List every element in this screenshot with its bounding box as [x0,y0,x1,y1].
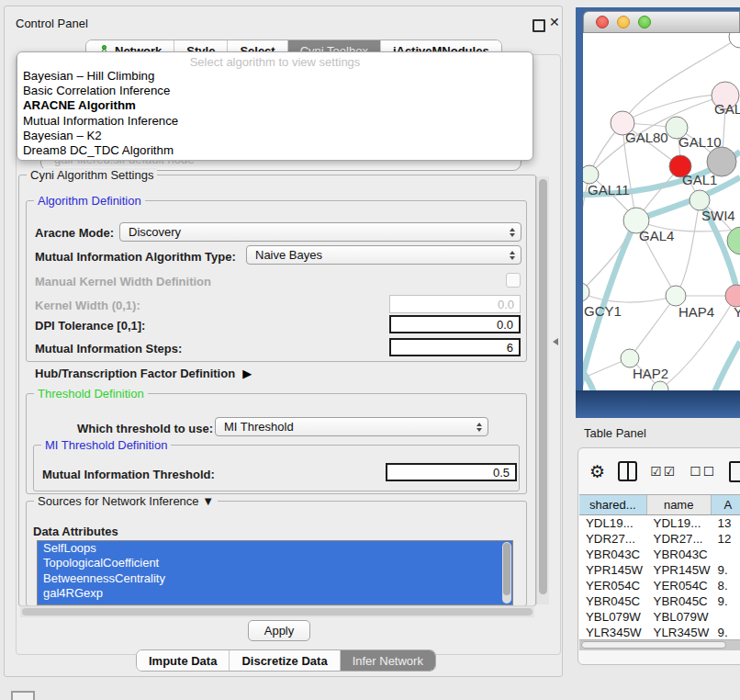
close-window-icon[interactable]: ✕ [549,15,560,29]
node-label: Y [734,304,740,320]
mi-type-combo[interactable]: Naive Bayes [246,245,521,265]
mi-threshold-field[interactable]: 0.5 [386,463,517,481]
tab-impute-data[interactable]: Impute Data [137,650,230,671]
list-scrollbar[interactable] [502,542,511,604]
manual-kernel-checkbox[interactable] [506,273,521,288]
apply-button[interactable]: Apply [248,620,310,641]
attribute-item-selected[interactable]: TopologicalCoefficient [38,556,512,570]
attribute-item-selected[interactable]: gal4RGexp [38,586,512,601]
group-title: Threshold Definition [34,387,148,401]
algorithm-dropdown-popup: Select algorithm to view settings Bayesi… [17,51,533,161]
hub-definition-toggle[interactable]: Hub/Transcription Factor Definition▶ [35,367,252,380]
table-row[interactable]: YDR27...YDR27...12 [579,531,740,547]
aracne-mode-combo[interactable]: Discovery [119,222,521,242]
aracne-mode-label: Aracne Mode: [35,226,114,240]
column-header-name[interactable]: name [647,495,712,514]
network-edge [630,296,676,358]
combo-stepper-icon [510,251,515,260]
manual-kernel-label: Manual Kernel Width Definition [35,275,211,288]
kernel-width-field[interactable]: 0.0 [389,295,521,313]
node-label: GCY1 [584,303,622,319]
node-label: HAP2 [633,366,668,381]
close-traffic-light-icon[interactable] [596,16,609,28]
network-edge-thick[interactable] [705,342,740,390]
network-edge [583,292,676,302]
table-horizontal-scrollbar[interactable] [579,639,740,650]
node-label: HAP4 [678,304,714,320]
group-title: Cyni Algorithm Settings [27,168,157,182]
group-title: MI Threshold Definition [41,438,171,452]
docked-panel-icon[interactable] [11,691,35,700]
gear-icon[interactable]: ⚙ [589,463,605,480]
table-row[interactable]: YER054CYER054C8. [579,578,740,593]
application-root: Control Panel ✕ Network Style Select [0,0,740,700]
node-label: GAL10 [678,134,722,150]
columns-icon[interactable] [618,461,637,481]
data-attributes-label: Data Attributes [33,525,118,538]
dropdown-item[interactable]: Dream8 DC_TDC Algorithm [17,143,533,158]
export-table-icon[interactable] [729,461,740,482]
table-row[interactable]: YBR043CYBR043C [579,547,740,562]
panel-divider-handle-icon[interactable] [553,338,558,345]
settings-horizontal-scrollbar[interactable] [20,605,534,617]
collapse-arrow-icon: ▼ [202,494,214,508]
table-row[interactable]: YBR045CYBR045C9. [579,593,740,609]
mi-type-label: Mutual Information Algorithm Type: [35,250,236,264]
dropdown-prompt: Select algorithm to view settings [17,55,533,69]
dpi-tolerance-field[interactable]: 0.0 [389,315,521,333]
network-canvas[interactable]: GALGAL80GAL10GAL1GAL11SWI4GAL4GCY1HAP4YH… [583,33,740,390]
node-label: GAL1 [682,172,717,187]
combo-stepper-icon [510,228,515,237]
dpi-tolerance-label: DPI Tolerance [0,1]: [35,319,145,333]
network-graph[interactable]: GALGAL80GAL10GAL1GAL11SWI4GAL4GCY1HAP4YH… [583,33,740,390]
table-row[interactable]: YDL19...YDL19...13 [579,515,740,531]
node-table: shared... name A YDL19...YDL19...13 YDR2… [579,494,740,639]
mi-threshold-label: Mutual Information Threshold: [42,468,215,481]
group-title: Sources for Network Inference ▼ [34,494,218,508]
table-row[interactable]: YBL079WYBL079W [579,609,740,625]
table-row[interactable]: YPR145WYPR145W9. [579,562,740,578]
attribute-item-selected[interactable]: BetweennessCentrality [38,571,512,586]
network-node-gcy1[interactable] [583,283,589,301]
combo-stepper-icon [477,423,482,432]
network-window-titlebar[interactable] [583,11,740,33]
minimize-traffic-light-icon[interactable] [617,16,630,28]
column-header-shared-name[interactable]: shared... [579,495,647,514]
node-label: GAL11 [588,182,630,198]
table-panel: ⚙ ☑☑ ☐☐ shared... name A YDL19...YDL19..… [577,447,740,665]
dropdown-item[interactable]: Bayesian – K2 [17,129,533,143]
network-node[interactable] [729,33,740,48]
table-row[interactable]: YLR345WYLR345W9. [579,625,740,639]
zoom-traffic-light-icon[interactable] [638,16,651,28]
control-panel-title: Control Panel [16,17,88,30]
deselect-all-checkboxes-icon[interactable]: ☐☐ [690,464,716,479]
mi-steps-field[interactable]: 6 [389,338,521,356]
mi-steps-label: Mutual Information Steps: [35,342,182,356]
attribute-item-selected[interactable]: SelfLoops [38,541,512,556]
kernel-width-label: Kernel Width (0,1): [35,299,140,312]
dropdown-item[interactable]: Mutual Information Inference [17,114,533,129]
table-toolbar: ⚙ ☑☑ ☐☐ [578,448,740,494]
settings-vertical-scrollbar[interactable] [536,176,549,604]
select-all-checkboxes-icon[interactable]: ☑☑ [650,464,677,479]
column-header-partial[interactable]: A [712,495,740,514]
tab-infer-network[interactable]: Infer Network [341,650,435,671]
dropdown-item[interactable]: Basic Correlation Inference [17,84,533,98]
which-threshold-label: Which threshold to use: [77,422,213,435]
table-header-row: shared... name A [579,494,740,515]
network-node-gal11[interactable] [583,165,599,184]
network-node-hap4[interactable] [666,286,686,306]
float-window-icon[interactable] [533,19,545,32]
network-edge [676,200,700,296]
node-label: GAL4 [639,228,674,243]
network-node[interactable] [727,227,740,254]
which-threshold-combo[interactable]: MI Threshold [215,417,488,436]
dropdown-item-selected[interactable]: ARACNE Algorithm [17,98,533,113]
tab-discretize-data[interactable]: Discretize Data [230,650,340,671]
node-label: GAL [714,101,740,117]
node-label: SWI4 [701,208,735,223]
network-window-shadow [576,390,740,418]
dropdown-item[interactable]: Bayesian – Hill Climbing [17,69,533,84]
network-node-hap2[interactable] [621,349,639,367]
data-attributes-list: SelfLoops TopologicalCoefficient Between… [37,540,513,605]
